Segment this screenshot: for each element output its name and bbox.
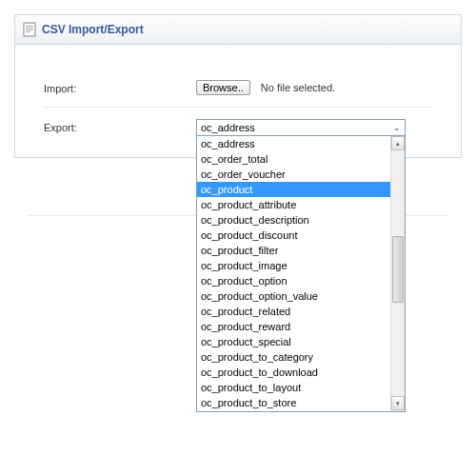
csv-panel: CSV Import/Export Import: Browse.. No fi… [14,14,462,158]
option-oc-product-discount[interactable]: oc_product_discount [197,228,390,243]
option-oc-product-filter[interactable]: oc_product_filter [197,243,390,258]
scroll-thumb[interactable] [392,236,404,303]
export-control: oc_address ⌄ oc_addressoc_order_totaloc_… [196,119,432,136]
option-oc-order-voucher[interactable]: oc_order_voucher [197,167,390,182]
document-icon [23,22,36,37]
panel-title: CSV Import/Export [42,23,144,36]
svg-rect-2 [26,28,33,29]
panel-header: CSV Import/Export [15,15,461,45]
scroll-track[interactable] [391,150,405,396]
import-label: Import: [44,80,196,94]
option-oc-product-image[interactable]: oc_product_image [197,258,390,273]
chevron-down-icon: ⌄ [393,123,401,132]
import-row: Import: Browse.. No file selected. [44,69,432,108]
option-oc-product-reward[interactable]: oc_product_reward [197,319,390,334]
option-oc-product[interactable]: oc_product [197,182,390,197]
scrollbar[interactable]: ▴ ▾ [390,136,405,412]
import-control: Browse.. No file selected. [196,80,432,95]
options-list: oc_addressoc_order_totaloc_order_voucher… [197,136,390,412]
svg-rect-1 [26,26,33,27]
option-oc-product-to-layout[interactable]: oc_product_to_layout [197,380,390,395]
option-oc-product-to-category[interactable]: oc_product_to_category [197,349,390,365]
option-oc-return[interactable]: oc_return [197,410,390,412]
option-oc-product-to-store[interactable]: oc_product_to_store [197,395,390,410]
export-select[interactable]: oc_address ⌄ [196,119,406,136]
option-oc-product-special[interactable]: oc_product_special [197,334,390,349]
scroll-up-button[interactable]: ▴ [391,136,405,150]
option-oc-product-to-download[interactable]: oc_product_to_download [197,365,390,380]
browse-button[interactable]: Browse.. [196,80,250,95]
option-oc-product-attribute[interactable]: oc_product_attribute [197,197,390,212]
option-oc-order-total[interactable]: oc_order_total [197,151,390,167]
svg-rect-4 [26,31,30,32]
option-oc-product-description[interactable]: oc_product_description [197,212,390,228]
export-label: Export: [44,119,196,133]
option-oc-address[interactable]: oc_address [197,136,390,151]
option-oc-product-option-value[interactable]: oc_product_option_value [197,288,390,304]
scroll-down-button[interactable]: ▾ [391,396,405,410]
svg-rect-3 [26,30,33,30]
export-selected-value: oc_address [201,122,255,133]
option-oc-product-option[interactable]: oc_product_option [197,273,390,288]
file-status-text: No file selected. [261,82,335,93]
export-row: Export: oc_address ⌄ oc_addressoc_order_… [44,108,432,148]
panel-body: Import: Browse.. No file selected. Expor… [15,45,461,157]
export-dropdown: oc_addressoc_order_totaloc_order_voucher… [196,136,406,412]
option-oc-product-related[interactable]: oc_product_related [197,304,390,319]
